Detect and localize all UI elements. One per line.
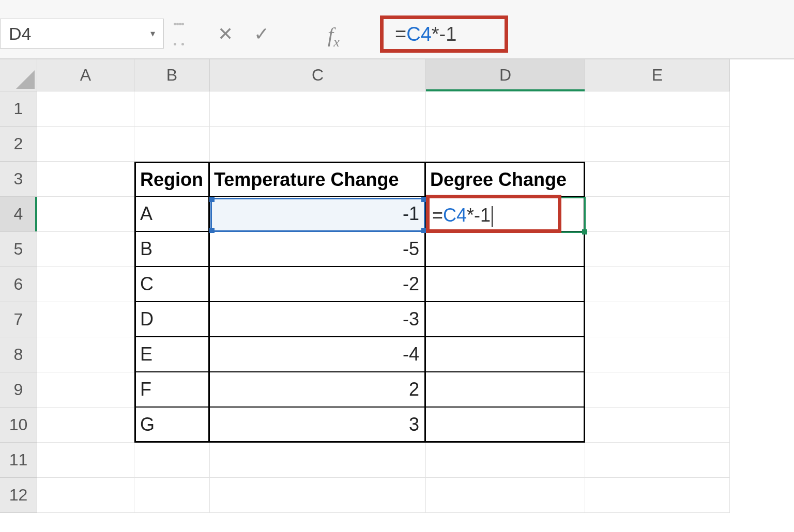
cell-D1[interactable] xyxy=(426,91,585,127)
cell-A10[interactable] xyxy=(37,408,134,443)
cell-A2[interactable] xyxy=(37,127,134,162)
fx-icon-x: x xyxy=(333,35,340,50)
cell-B7-value: D xyxy=(140,308,154,330)
cell-C2[interactable] xyxy=(210,127,426,162)
cell-B12[interactable] xyxy=(134,478,210,513)
row-header-10[interactable]: 10 xyxy=(0,408,37,443)
cell-E7[interactable] xyxy=(585,302,730,337)
grid-row: C -2 xyxy=(37,267,730,302)
col-header-C[interactable]: C xyxy=(210,59,426,91)
cell-C7-value: -3 xyxy=(403,308,419,330)
formula-prefix: = xyxy=(395,23,406,45)
cell-D5[interactable] xyxy=(426,232,585,267)
formula-input[interactable]: =C4*-1 xyxy=(393,21,755,48)
cell-C12[interactable] xyxy=(210,478,426,513)
cell-A3[interactable] xyxy=(37,162,134,197)
cell-D10[interactable] xyxy=(426,408,585,443)
cell-B2[interactable] xyxy=(134,127,210,162)
cell-A5[interactable] xyxy=(37,232,134,267)
name-box-dropdown-icon[interactable]: ▾ xyxy=(142,28,163,39)
row-header-7[interactable]: 7 xyxy=(0,302,37,337)
cell-C9[interactable]: 2 xyxy=(210,372,426,408)
cell-E11[interactable] xyxy=(585,443,730,478)
cell-D7[interactable] xyxy=(426,302,585,337)
cell-C6[interactable]: -2 xyxy=(210,267,426,302)
cell-D2[interactable] xyxy=(426,127,585,162)
row-header-4[interactable]: 4 xyxy=(0,197,37,232)
row-header-6[interactable]: 6 xyxy=(0,267,37,302)
header-region: Region xyxy=(140,169,203,191)
cell-C1[interactable] xyxy=(210,91,426,127)
row-header-11[interactable]: 11 xyxy=(0,443,37,478)
cell-C10[interactable]: 3 xyxy=(210,408,426,443)
cell-E10[interactable] xyxy=(585,408,730,443)
grid-row xyxy=(37,443,730,478)
cell-E12[interactable] xyxy=(585,478,730,513)
grid-row: E -4 xyxy=(37,337,730,372)
cell-C11[interactable] xyxy=(210,443,426,478)
cell-C4[interactable]: -1 xyxy=(210,197,426,232)
cell-A4[interactable] xyxy=(37,197,134,232)
cell-D11[interactable] xyxy=(426,443,585,478)
cell-A6[interactable] xyxy=(37,267,134,302)
insert-function-button[interactable]: fx xyxy=(328,23,340,50)
formula-rest: *-1 xyxy=(432,23,457,45)
cell-A1[interactable] xyxy=(37,91,134,127)
cell-A8[interactable] xyxy=(37,337,134,372)
col-header-D[interactable]: D xyxy=(426,59,585,91)
formula-bar-grip-icon[interactable] xyxy=(174,23,184,45)
cell-C5[interactable]: -5 xyxy=(210,232,426,267)
row-header-9[interactable]: 9 xyxy=(0,372,37,408)
enter-button[interactable]: ✓ xyxy=(247,23,276,45)
cell-C3[interactable]: Temperature Change xyxy=(210,162,426,197)
col-header-A[interactable]: A xyxy=(37,59,134,91)
row-header-3[interactable]: 3 xyxy=(0,162,37,197)
cell-B4[interactable]: A xyxy=(134,197,210,232)
cell-C7[interactable]: -3 xyxy=(210,302,426,337)
cell-A7[interactable] xyxy=(37,302,134,337)
cell-E1[interactable] xyxy=(585,91,730,127)
cell-B6[interactable]: C xyxy=(134,267,210,302)
cell-E5[interactable] xyxy=(585,232,730,267)
cell-B5-value: B xyxy=(140,238,152,260)
cell-B10-value: G xyxy=(140,414,155,435)
cell-D8[interactable] xyxy=(426,337,585,372)
cell-B3[interactable]: Region xyxy=(134,162,210,197)
fx-icon-f: f xyxy=(328,23,333,46)
cell-D4-edit[interactable]: =C4*-1 xyxy=(432,205,493,227)
cell-C8[interactable]: -4 xyxy=(210,337,426,372)
row-header-5[interactable]: 5 xyxy=(0,232,37,267)
cell-E9[interactable] xyxy=(585,372,730,408)
cell-E4[interactable] xyxy=(585,197,730,232)
cell-B11[interactable] xyxy=(134,443,210,478)
column-headers: A B C D E xyxy=(37,59,730,91)
cell-B8[interactable]: E xyxy=(134,337,210,372)
row-header-8[interactable]: 8 xyxy=(0,337,37,372)
cell-B10[interactable]: G xyxy=(134,408,210,443)
col-header-E[interactable]: E xyxy=(585,59,730,91)
row-header-1[interactable]: 1 xyxy=(0,91,37,127)
cell-D12[interactable] xyxy=(426,478,585,513)
cell-D6[interactable] xyxy=(426,267,585,302)
cell-E3[interactable] xyxy=(585,162,730,197)
cell-A11[interactable] xyxy=(37,443,134,478)
row-header-12[interactable]: 12 xyxy=(0,478,37,513)
formula-cell-ref: C4 xyxy=(406,23,432,45)
col-header-B[interactable]: B xyxy=(134,59,210,91)
name-box[interactable]: D4 ▾ xyxy=(0,19,164,49)
select-all-button[interactable] xyxy=(0,59,37,91)
cell-A9[interactable] xyxy=(37,372,134,408)
cell-D9[interactable] xyxy=(426,372,585,408)
cell-E8[interactable] xyxy=(585,337,730,372)
cell-A12[interactable] xyxy=(37,478,134,513)
cancel-button[interactable]: ✕ xyxy=(211,23,240,45)
cell-E2[interactable] xyxy=(585,127,730,162)
cell-B7[interactable]: D xyxy=(134,302,210,337)
cell-C8-value: -4 xyxy=(403,343,419,365)
cell-B5[interactable]: B xyxy=(134,232,210,267)
cell-B9[interactable]: F xyxy=(134,372,210,408)
cell-D3[interactable]: Degree Change xyxy=(426,162,585,197)
row-header-2[interactable]: 2 xyxy=(0,127,37,162)
cell-B1[interactable] xyxy=(134,91,210,127)
cell-E6[interactable] xyxy=(585,267,730,302)
